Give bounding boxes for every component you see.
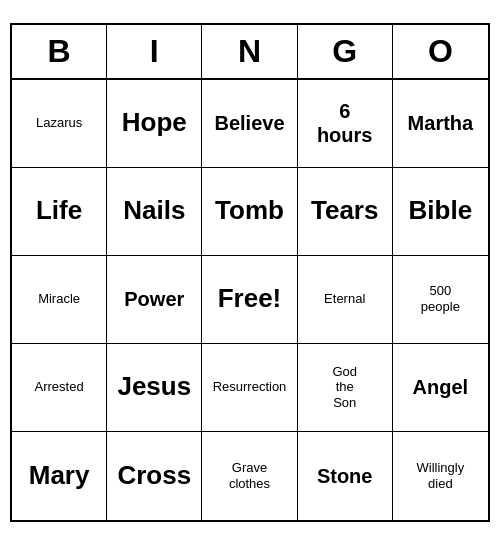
bingo-cell-1-1: Nails [107, 168, 202, 256]
bingo-cell-0-3: 6hours [298, 80, 393, 168]
bingo-cell-4-3: Stone [298, 432, 393, 520]
bingo-cell-4-0: Mary [12, 432, 107, 520]
bingo-cell-4-4: Willinglydied [393, 432, 488, 520]
bingo-cell-2-2: Free! [202, 256, 297, 344]
bingo-grid: LazarusHopeBelieve6hoursMarthaLifeNailsT… [12, 80, 488, 520]
bingo-cell-1-2: Tomb [202, 168, 297, 256]
bingo-cell-2-0: Miracle [12, 256, 107, 344]
bingo-cell-3-2: Resurrection [202, 344, 297, 432]
bingo-cell-3-1: Jesus [107, 344, 202, 432]
bingo-cell-1-3: Tears [298, 168, 393, 256]
bingo-cell-2-3: Eternal [298, 256, 393, 344]
bingo-cell-0-1: Hope [107, 80, 202, 168]
bingo-cell-3-4: Angel [393, 344, 488, 432]
bingo-card: BINGO LazarusHopeBelieve6hoursMarthaLife… [10, 23, 490, 522]
bingo-cell-2-1: Power [107, 256, 202, 344]
bingo-cell-0-0: Lazarus [12, 80, 107, 168]
bingo-cell-4-1: Cross [107, 432, 202, 520]
bingo-cell-2-4: 500people [393, 256, 488, 344]
header-letter-O: O [393, 25, 488, 78]
bingo-cell-3-3: GodtheSon [298, 344, 393, 432]
bingo-header: BINGO [12, 25, 488, 80]
bingo-cell-1-0: Life [12, 168, 107, 256]
bingo-cell-0-2: Believe [202, 80, 297, 168]
header-letter-N: N [202, 25, 297, 78]
bingo-cell-0-4: Martha [393, 80, 488, 168]
header-letter-I: I [107, 25, 202, 78]
header-letter-B: B [12, 25, 107, 78]
bingo-cell-4-2: Graveclothes [202, 432, 297, 520]
bingo-cell-3-0: Arrested [12, 344, 107, 432]
header-letter-G: G [298, 25, 393, 78]
bingo-cell-1-4: Bible [393, 168, 488, 256]
